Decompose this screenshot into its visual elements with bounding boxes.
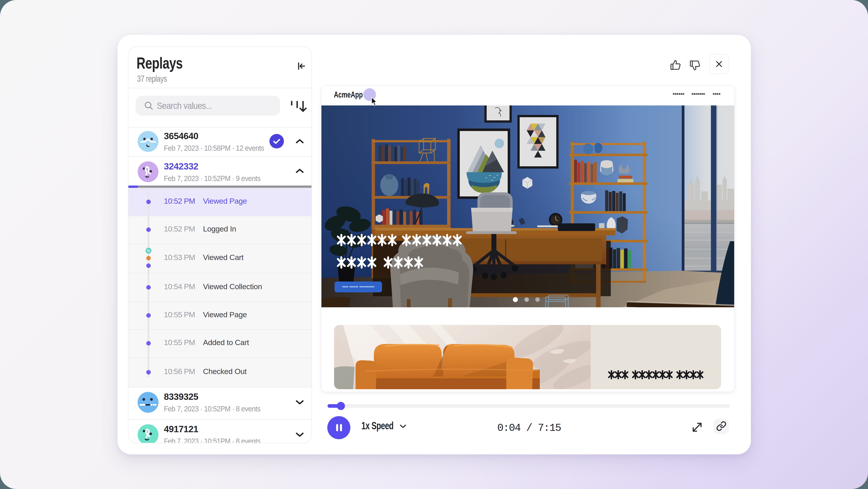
svg-text:**** ****** **********: **** ****** **********	[342, 285, 374, 290]
